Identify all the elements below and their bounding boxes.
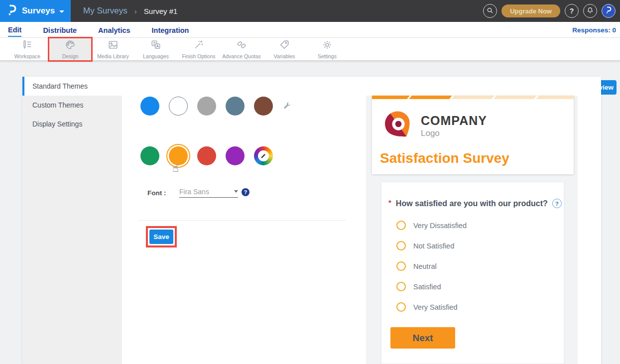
translate-icon: [150, 39, 161, 52]
option-neutral[interactable]: Neutral: [396, 256, 554, 276]
logo-subtitle: Logo: [421, 128, 487, 138]
progress-bar: [372, 96, 574, 99]
customize-theme-button[interactable]: [283, 101, 292, 113]
theme-color-blue[interactable]: [140, 97, 159, 116]
magic-wand-icon: [193, 39, 204, 52]
themes-sidebar: Standard Themes Custom Themes Display Se…: [22, 77, 122, 364]
app-window: Surveys My Surveys › Survey #1 Upgrade N…: [0, 0, 620, 364]
logo-title: COMPANY: [421, 114, 487, 128]
help-button[interactable]: ?: [565, 4, 579, 18]
next-button[interactable]: Next: [390, 327, 455, 349]
search-icon: [486, 6, 494, 16]
progress-segment: [494, 96, 536, 99]
radio-icon[interactable]: [396, 261, 406, 271]
progress-segment: [409, 96, 452, 99]
tag-icon: [279, 39, 290, 52]
help-icon: ?: [570, 7, 574, 15]
question-text: How satisfied are you with our product?: [396, 199, 548, 208]
toolbar-item-media-library[interactable]: Media Library: [92, 38, 134, 61]
save-button[interactable]: Save: [149, 230, 173, 244]
font-dropdown[interactable]: Fira Sans: [179, 186, 238, 198]
font-help-button[interactable]: ?: [242, 188, 249, 196]
font-value: Fira Sans: [179, 188, 209, 196]
toolbar-label: Advance Quotas: [222, 53, 261, 59]
tab-integration[interactable]: Integration: [152, 23, 189, 36]
edit-toolbar: Workspace Design Media Library: [0, 38, 620, 61]
survey-title: Satisfaction Survey: [380, 150, 509, 166]
theme-color-gray[interactable]: [197, 97, 216, 116]
toolbar-item-settings[interactable]: Settings: [306, 38, 349, 61]
header-actions: Upgrade Now ?: [483, 0, 616, 22]
theme-color-red[interactable]: [197, 146, 216, 165]
palette-icon: [65, 39, 76, 52]
answer-options: Very Dissatisfied Not Satisfied Neutral …: [396, 215, 554, 317]
tab-distribute[interactable]: Distribute: [43, 23, 77, 36]
toolbar-label: Media Library: [97, 53, 129, 59]
questionpro-avatar-icon: [605, 6, 612, 16]
option-very-dissatisfied[interactable]: Very Dissatisfied: [396, 215, 554, 236]
radio-icon[interactable]: [396, 221, 406, 230]
radio-icon[interactable]: [396, 282, 406, 291]
chain-links-icon: [236, 39, 247, 52]
theme-color-purple[interactable]: [226, 146, 245, 165]
workspace-icon: [22, 39, 33, 52]
toolbar-label: Settings: [318, 53, 337, 59]
toolbar-item-design[interactable]: Design: [49, 38, 92, 61]
upgrade-now-button[interactable]: Upgrade Now: [501, 4, 560, 17]
save-highlight-annotation: Save: [146, 226, 177, 247]
product-switcher[interactable]: Surveys: [0, 0, 71, 22]
toolbar-item-advance-quotas[interactable]: Advance Quotas: [220, 38, 263, 61]
toolbar-label: Finish Options: [182, 53, 215, 59]
tab-analytics[interactable]: Analytics: [98, 23, 130, 36]
breadcrumb-separator: ›: [134, 7, 137, 15]
theme-color-slate[interactable]: [226, 97, 245, 116]
theme-color-orange-selected[interactable]: [169, 146, 188, 165]
responses-count[interactable]: Responses: 0: [572, 22, 616, 38]
progress-segment: [451, 96, 494, 99]
toolbar-label: Variables: [274, 53, 295, 59]
radio-icon[interactable]: [396, 302, 406, 312]
option-satisfied[interactable]: Satisfied: [396, 276, 554, 297]
toolbar-item-workspace[interactable]: Workspace: [6, 38, 49, 61]
notifications-button[interactable]: [583, 4, 597, 18]
account-avatar[interactable]: [602, 4, 616, 18]
breadcrumb-my-surveys[interactable]: My Surveys: [83, 6, 127, 16]
design-panel: Standard Themes Custom Themes Display Se…: [22, 77, 601, 364]
theme-color-brown[interactable]: [254, 97, 273, 116]
font-label: Font :: [147, 189, 166, 197]
chevron-down-icon: [59, 10, 64, 13]
radio-icon[interactable]: [396, 241, 406, 250]
toolbar-label: Workspace: [14, 53, 40, 59]
toolbar-item-finish-options[interactable]: Finish Options: [177, 38, 220, 61]
sidebar-item-standard-themes[interactable]: Standard Themes: [22, 77, 122, 96]
questionpro-logo-icon: [6, 4, 17, 18]
gear-icon: [322, 39, 333, 52]
search-button[interactable]: [483, 4, 497, 18]
question-help-icon[interactable]: ?: [552, 199, 562, 208]
company-logo: COMPANY Logo: [383, 110, 487, 142]
map-pin-logo-icon: [383, 110, 414, 142]
theme-color-white[interactable]: [169, 97, 188, 116]
top-header: Surveys My Surveys › Survey #1 Upgrade N…: [0, 0, 620, 22]
sidebar-item-display-settings[interactable]: Display Settings: [22, 115, 122, 133]
toolbar-item-languages[interactable]: Languages: [134, 38, 177, 61]
survey-preview: COMPANY Logo Satisfaction Survey * How s…: [366, 96, 578, 364]
tab-edit[interactable]: Edit: [8, 23, 21, 37]
toolbar-item-variables[interactable]: Variables: [263, 38, 306, 61]
question-card: * How satisfied are you with our product…: [381, 182, 564, 364]
theme-color-green[interactable]: [140, 146, 159, 165]
progress-segment: [536, 96, 574, 99]
image-icon: [108, 39, 119, 52]
option-not-satisfied[interactable]: Not Satisfied: [396, 236, 554, 256]
option-very-satisfied[interactable]: Very Satisfied: [396, 297, 554, 317]
survey-header-card: COMPANY Logo Satisfaction Survey: [372, 96, 574, 174]
toolbar-label: Languages: [143, 53, 169, 59]
required-marker: *: [388, 198, 391, 207]
custom-color-picker[interactable]: [254, 146, 273, 165]
breadcrumb-current-survey: Survey #1: [144, 7, 178, 15]
chevron-down-icon: [234, 190, 238, 193]
bell-icon: [586, 6, 594, 16]
divider: [138, 220, 346, 221]
sidebar-item-custom-themes[interactable]: Custom Themes: [22, 96, 122, 115]
toolbar-label: Design: [62, 53, 79, 59]
